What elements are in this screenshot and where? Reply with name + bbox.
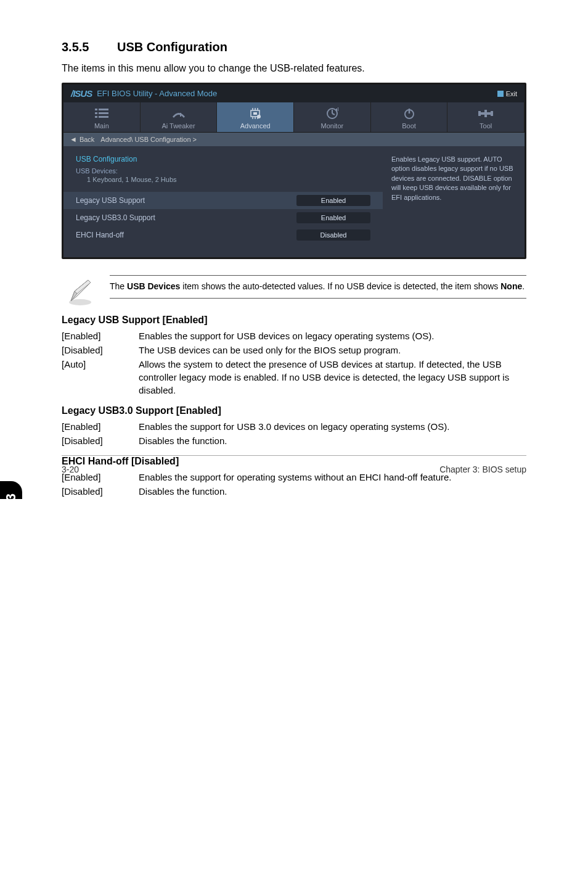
- option-value[interactable]: Enabled: [296, 212, 370, 223]
- chapter-label: Chapter 3: BIOS setup: [439, 464, 526, 474]
- bios-option-row[interactable]: Legacy USB3.0 Support Enabled: [76, 209, 370, 226]
- bios-panel-heading: USB Configuration: [76, 155, 370, 163]
- option-row: [Enabled] Enables the support for USB 3.…: [62, 420, 526, 433]
- tool-icon: [447, 106, 524, 121]
- svg-rect-19: [336, 109, 337, 111]
- bios-option-row[interactable]: EHCI Hand-off Disabled: [76, 226, 370, 244]
- tab-label: Boot: [402, 122, 416, 130]
- list-icon: [63, 106, 140, 121]
- chapter-side-tab: Chapter 3: [0, 481, 22, 499]
- bios-title: EFI BIOS Utility - Advanced Mode: [97, 89, 217, 98]
- breadcrumb-path: Advanced\ USB Configuration >: [100, 136, 197, 143]
- svg-rect-4: [95, 116, 97, 118]
- tab-label: Tool: [480, 122, 492, 130]
- tab-label: Ai Tweaker: [161, 122, 195, 130]
- svg-rect-25: [491, 111, 493, 116]
- option-row: [Disabled] Disables the function.: [62, 485, 526, 498]
- note-box: The USB Devices item shows the auto-dete…: [62, 275, 526, 306]
- option-desc: The USB devices can be used only for the…: [139, 344, 526, 357]
- asus-logo: /ISUS: [71, 88, 92, 99]
- svg-rect-2: [95, 112, 97, 114]
- option-row: [Auto] Allows the system to detect the p…: [62, 358, 526, 397]
- pencil-icon: [66, 278, 94, 306]
- option-desc: Disables the function.: [139, 485, 526, 498]
- tab-main[interactable]: Main: [63, 102, 141, 132]
- tab-advanced[interactable]: Advanced: [217, 102, 294, 132]
- back-arrow-icon: ◄: [70, 135, 77, 144]
- back-label: Back: [80, 136, 94, 143]
- tab-label: Advanced: [240, 122, 271, 130]
- option-label: [Disabled]: [62, 434, 139, 447]
- option-row: [Disabled] Disables the function.: [62, 434, 526, 447]
- svg-rect-3: [99, 112, 108, 114]
- section-heading: 3.5.5USB Configuration: [62, 40, 526, 54]
- tab-label: Monitor: [321, 122, 344, 130]
- svg-rect-20: [338, 107, 338, 111]
- svg-rect-8: [253, 112, 257, 115]
- tab-label: Main: [94, 122, 109, 130]
- bios-devices-value: 1 Keyboard, 1 Mouse, 2 Hubs: [87, 176, 370, 183]
- svg-rect-5: [99, 116, 108, 118]
- chapter-side-label: Chapter 3: [3, 493, 19, 499]
- exit-icon: [497, 91, 504, 97]
- tab-ai-tweaker[interactable]: Ai Tweaker: [141, 102, 218, 132]
- chip-icon: [217, 106, 293, 121]
- tab-tool[interactable]: Tool: [447, 102, 525, 132]
- option-desc: Enables the support for USB 3.0 devices …: [139, 420, 526, 433]
- power-icon: [371, 106, 447, 121]
- option-label: [Disabled]: [62, 485, 139, 498]
- svg-point-15: [257, 115, 261, 118]
- option-desc: Allows the system to detect the presence…: [139, 358, 526, 397]
- subsection-title: Legacy USB3.0 Support [Enabled]: [62, 405, 526, 416]
- svg-rect-0: [95, 109, 97, 110]
- subsection-title: Legacy USB Support [Enabled]: [62, 315, 526, 326]
- exit-label: Exit: [506, 90, 517, 97]
- tweaker-icon: [141, 106, 217, 121]
- back-button[interactable]: ◄ Back: [70, 135, 94, 144]
- option-label: [Enabled]: [62, 420, 139, 433]
- option-value[interactable]: Enabled: [296, 195, 370, 206]
- footer: 3-20 Chapter 3: BIOS setup: [0, 464, 588, 474]
- svg-rect-26: [484, 110, 487, 117]
- option-label: EHCI Hand-off: [76, 231, 296, 239]
- bios-option-row[interactable]: Legacy USB Support Enabled: [63, 192, 383, 209]
- svg-line-18: [332, 113, 335, 115]
- bios-help-text: Enables Legacy USB support. AUTO option …: [391, 155, 513, 201]
- tab-boot[interactable]: Boot: [371, 102, 448, 132]
- option-desc: Enables the support for USB devices on l…: [139, 329, 526, 342]
- bios-devices-label: USB Devices:: [76, 167, 370, 175]
- section-description: The items in this menu allow you to chan…: [62, 63, 526, 74]
- note-text: The USB Devices item shows the auto-dete…: [110, 275, 526, 299]
- bios-window: /ISUS EFI BIOS Utility - Advanced Mode E…: [62, 83, 526, 259]
- section-title-text: USB Configuration: [117, 40, 227, 54]
- option-row: [Disabled] The USB devices can be used o…: [62, 344, 526, 357]
- tab-monitor[interactable]: Monitor: [294, 102, 371, 132]
- section-number: 3.5.5: [62, 40, 117, 54]
- bios-tabs: Main Ai Tweaker Advanced Monitor: [63, 102, 525, 133]
- bios-help-panel: Enables Legacy USB support. AUTO option …: [383, 146, 525, 257]
- option-row: [Enabled] Enables the support for USB de…: [62, 329, 526, 342]
- page-number: 3-20: [62, 464, 79, 474]
- option-label: [Enabled]: [62, 329, 139, 342]
- bios-options-panel: USB Configuration USB Devices: 1 Keyboar…: [63, 146, 383, 257]
- svg-rect-1: [99, 109, 108, 110]
- option-value[interactable]: Disabled: [296, 229, 370, 241]
- option-label: [Auto]: [62, 358, 139, 397]
- svg-rect-6: [180, 113, 181, 117]
- option-label: Legacy USB3.0 Support: [76, 213, 296, 222]
- breadcrumb: ◄ Back Advanced\ USB Configuration >: [63, 133, 525, 146]
- footer-divider: [62, 455, 526, 456]
- exit-button[interactable]: Exit: [497, 90, 517, 97]
- bios-title-bar: /ISUS EFI BIOS Utility - Advanced Mode E…: [63, 85, 525, 102]
- svg-rect-24: [478, 111, 481, 116]
- monitor-icon: [294, 106, 370, 121]
- option-label: [Disabled]: [62, 344, 139, 357]
- option-desc: Disables the function.: [139, 434, 526, 447]
- option-label: Legacy USB Support: [76, 196, 296, 205]
